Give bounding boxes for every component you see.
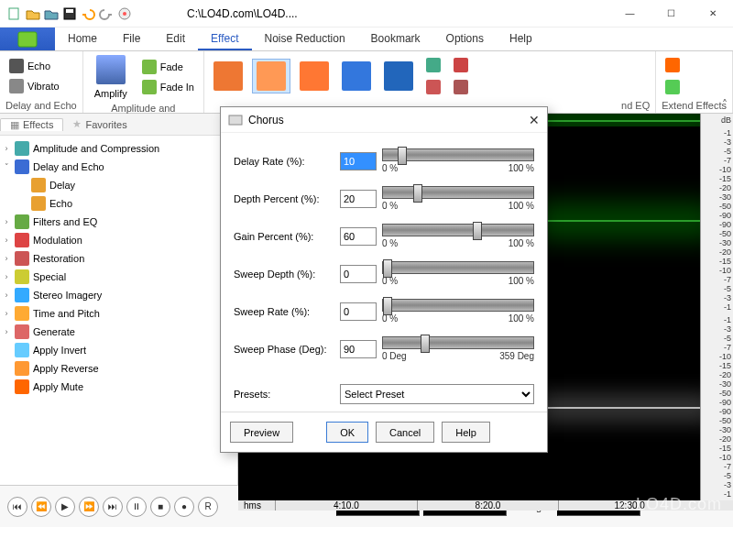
tree-node[interactable]: ›Filters and EQ — [2, 213, 235, 231]
sidebar: ▦Effects ★Favorites ›Amplitude and Compr… — [0, 114, 238, 485]
ribbon-small-btn-d[interactable] — [450, 78, 472, 96]
db-tick: -3 — [703, 293, 731, 302]
tree-child-node[interactable]: Delay — [2, 176, 235, 194]
chevron-right-icon[interactable]: › — [2, 144, 11, 153]
slider-thumb[interactable] — [421, 335, 430, 353]
sidebar-tab-favorites[interactable]: ★Favorites — [63, 118, 136, 130]
slider-thumb[interactable] — [383, 259, 392, 278]
minimize-button[interactable]: — — [609, 0, 651, 27]
maximize-button[interactable]: ☐ — [651, 0, 692, 27]
param-slider[interactable]: 0 %100 % — [382, 186, 534, 211]
chevron-right-icon[interactable]: › — [2, 327, 11, 336]
tab-file[interactable]: File — [110, 27, 153, 50]
ok-button[interactable]: OK — [326, 422, 368, 443]
chevron-right-icon[interactable]: › — [2, 217, 11, 226]
chevron-right-icon[interactable]: › — [2, 291, 11, 300]
param-input[interactable] — [340, 340, 377, 358]
cancel-button[interactable]: Cancel — [376, 422, 434, 443]
dialog-titlebar[interactable]: Chorus ✕ — [221, 107, 547, 133]
param-input[interactable] — [340, 302, 377, 321]
tree-child-node[interactable]: Echo — [2, 194, 235, 213]
pause-button[interactable]: ⏸ — [126, 497, 147, 517]
presets-select[interactable]: Select Preset — [340, 384, 534, 404]
tab-edit[interactable]: Edit — [153, 27, 198, 50]
tree-node[interactable]: ›Stereo Imagery — [2, 286, 235, 304]
ribbon-effect-btn-2-selected[interactable] — [252, 59, 290, 93]
param-input[interactable] — [340, 152, 377, 170]
tree-node[interactable]: ›Special — [2, 268, 235, 286]
param-slider[interactable]: 0 %100 % — [382, 148, 534, 173]
slider-thumb[interactable] — [413, 184, 422, 203]
param-slider[interactable]: 0 %100 % — [382, 261, 534, 286]
rewind-button[interactable]: ⏪ — [31, 497, 51, 517]
ribbon-effect-btn-3[interactable] — [296, 60, 333, 93]
ribbon-ext-btn-2[interactable] — [662, 78, 684, 96]
tab-home[interactable]: Home — [55, 27, 110, 50]
chevron-right-icon[interactable]: › — [2, 272, 11, 281]
param-input[interactable] — [340, 227, 377, 246]
fast-forward-button[interactable]: ⏩ — [79, 497, 99, 517]
ribbon-collapse-icon[interactable]: ˄ — [722, 98, 728, 111]
skip-start-button[interactable]: ⏮ — [7, 497, 27, 517]
tree-node[interactable]: ›Modulation — [2, 231, 235, 249]
param-slider[interactable]: 0 Deg359 Deg — [382, 336, 534, 361]
ribbon-effect-btn-5[interactable] — [380, 60, 417, 93]
tab-help[interactable]: Help — [497, 27, 545, 50]
chevron-right-icon[interactable]: › — [2, 309, 11, 318]
stop-button[interactable]: ■ — [150, 497, 170, 517]
tab-options[interactable]: Options — [433, 27, 497, 50]
qat-redo-icon[interactable] — [99, 6, 114, 21]
skip-end-button[interactable]: ⏭ — [103, 497, 123, 517]
ribbon-small-btn-a[interactable] — [422, 56, 444, 74]
slider-thumb[interactable] — [473, 222, 482, 240]
close-button[interactable]: ✕ — [692, 0, 733, 27]
svg-rect-0 — [9, 8, 18, 19]
ribbon-small-btn-b[interactable] — [422, 78, 444, 96]
param-slider[interactable]: 0 %100 % — [382, 299, 534, 324]
chevron-down-icon[interactable]: ˅ — [2, 162, 11, 171]
qat-save-icon[interactable] — [62, 6, 77, 21]
chevron-right-icon[interactable]: › — [2, 236, 11, 245]
qat-undo-icon[interactable] — [81, 6, 95, 21]
tree-node[interactable]: Apply Mute — [2, 378, 235, 396]
tree-node[interactable]: ›Generate — [2, 323, 235, 341]
tree-node[interactable]: ˅Delay and Echo — [2, 158, 235, 176]
tree-node[interactable]: ›Restoration — [2, 249, 235, 268]
ribbon-echo-button[interactable]: Echo — [5, 57, 63, 75]
preview-button[interactable]: Preview — [230, 422, 293, 443]
tab-noise-reduction[interactable]: Noise Reduction — [252, 27, 358, 50]
ribbon-fadein-button[interactable]: Fade In — [138, 78, 198, 96]
qat-cd-icon[interactable] — [117, 6, 132, 21]
qat-open2-icon[interactable] — [44, 6, 59, 21]
ribbon-amplify-button[interactable]: Amplify — [89, 53, 133, 101]
record-button[interactable]: ● — [174, 497, 194, 517]
slider-thumb[interactable] — [398, 147, 407, 165]
play-button[interactable]: ▶ — [55, 497, 75, 517]
tree-node[interactable]: Apply Reverse — [2, 359, 235, 378]
ribbon-small-btn-c[interactable] — [450, 56, 472, 74]
tree-node[interactable]: ›Amplitude and Compression — [2, 139, 235, 158]
time-ruler[interactable]: hms 4:10.0 8:20.0 12:30.0 — [238, 500, 733, 511]
db-tick: -7 — [703, 343, 731, 352]
help-button[interactable]: Help — [442, 422, 490, 443]
ribbon-effect-btn-1[interactable] — [210, 60, 246, 93]
ribbon-fade-button[interactable]: Fade — [138, 58, 198, 76]
sidebar-tab-effects[interactable]: ▦Effects — [0, 118, 63, 131]
app-menu-button[interactable] — [0, 27, 55, 50]
tree-node[interactable]: Apply Invert — [2, 341, 235, 359]
qat-new-icon[interactable] — [7, 6, 22, 21]
param-input[interactable] — [340, 190, 377, 208]
tab-effect[interactable]: Effect — [198, 27, 251, 50]
qat-open-icon[interactable] — [26, 6, 40, 21]
tree-node[interactable]: ›Time and Pitch — [2, 304, 235, 323]
chevron-right-icon[interactable]: › — [2, 254, 11, 263]
slider-thumb[interactable] — [383, 297, 392, 315]
ribbon-effect-btn-4[interactable] — [338, 60, 375, 93]
ribbon-ext-btn-1[interactable] — [662, 56, 684, 74]
dialog-close-button[interactable]: ✕ — [529, 113, 540, 127]
repeat-button[interactable]: R — [198, 497, 218, 517]
param-input[interactable] — [340, 265, 377, 283]
param-slider[interactable]: 0 %100 % — [382, 224, 534, 248]
ribbon-vibrato-button[interactable]: Vibrato — [5, 77, 63, 95]
tab-bookmark[interactable]: Bookmark — [358, 27, 433, 50]
